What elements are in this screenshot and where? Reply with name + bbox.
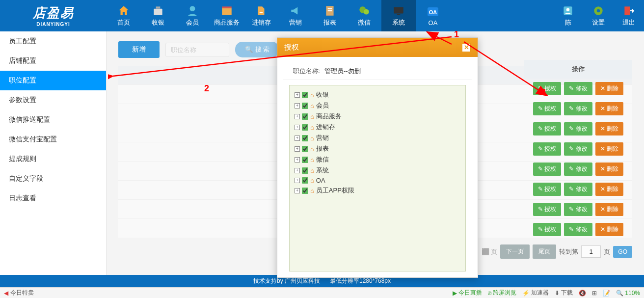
nav-right-user[interactable]: 陈	[553, 0, 583, 31]
nav-report[interactable]: 报表	[313, 0, 347, 31]
delete-button[interactable]: ✕ 删除	[595, 203, 623, 216]
tree-node[interactable]: +⌂收银	[295, 89, 460, 100]
edit-button[interactable]: ✎ 修改	[564, 142, 592, 156]
svg-rect-19	[624, 6, 630, 15]
page-input[interactable]	[581, 245, 601, 258]
status-left-label[interactable]: 今日特卖	[10, 289, 34, 297]
nav-goods[interactable]: 商品服务	[210, 0, 244, 31]
tree-node[interactable]: +⌂商品服务	[295, 111, 460, 122]
app-icon[interactable]: ⊞	[592, 290, 597, 297]
tree-checkbox[interactable]	[302, 135, 308, 141]
expand-icon[interactable]: +	[295, 135, 300, 141]
tree-node[interactable]: +⌂OA	[295, 176, 460, 185]
edit-button[interactable]: ✎ 修改	[564, 122, 592, 135]
auth-button[interactable]: ✎ 授权	[533, 82, 561, 95]
sidebar-item[interactable]: 自定义字段	[0, 169, 106, 189]
nav-right-exit[interactable]: 退出	[614, 0, 644, 31]
delete-button[interactable]: ✕ 删除	[595, 122, 623, 135]
sidebar-item[interactable]: 店铺配置	[0, 51, 106, 71]
auth-button[interactable]: ✎ 授权	[533, 102, 561, 115]
permission-tree[interactable]: +⌂收银+⌂会员+⌂商品服务+⌂进销存+⌂营销+⌂报表+⌂微信+⌂系统+⌂OA+…	[289, 85, 466, 271]
svg-rect-4	[222, 6, 232, 8]
expand-icon[interactable]: +	[295, 178, 300, 183]
stock-icon	[255, 4, 268, 17]
delete-button[interactable]: ✕ 删除	[595, 142, 623, 156]
nav-member[interactable]: 会员	[175, 0, 210, 31]
expand-icon[interactable]: +	[295, 157, 300, 163]
edit-button[interactable]: ✎ 修改	[564, 223, 592, 236]
next-page-button[interactable]: 下一页	[500, 244, 530, 259]
last-page-button[interactable]: 尾页	[533, 244, 556, 259]
sidebar-item[interactable]: 员工配置	[0, 31, 106, 51]
nav-stock[interactable]: 进销存	[244, 0, 278, 31]
search-button[interactable]: 🔍 搜 索	[235, 42, 279, 57]
cross-screen-button[interactable]: ⎚ 跨屏浏览	[488, 289, 516, 297]
auth-button[interactable]: ✎ 授权	[533, 203, 561, 216]
tree-checkbox[interactable]	[302, 167, 308, 174]
edit-button[interactable]: ✎ 修改	[564, 183, 592, 196]
tree-node[interactable]: +⌂系统	[295, 165, 460, 176]
go-button[interactable]: GO	[613, 246, 632, 258]
sidebar-item[interactable]: 日志查看	[0, 189, 106, 208]
expand-icon[interactable]: +	[295, 114, 300, 119]
nav-home[interactable]: 首页	[107, 0, 141, 31]
tree-checkbox[interactable]	[302, 177, 308, 184]
delete-button[interactable]: ✕ 删除	[595, 183, 623, 196]
sidebar-item[interactable]: 微信支付宝配置	[0, 130, 106, 149]
tree-checkbox[interactable]	[302, 103, 308, 109]
tree-node[interactable]: +⌂进销存	[295, 122, 460, 133]
sidebar-item[interactable]: 职位配置	[0, 71, 106, 90]
auth-button[interactable]: ✎ 授权	[533, 183, 561, 196]
edit-button[interactable]: ✎ 修改	[564, 82, 592, 95]
nav-mkt[interactable]: 营销	[278, 0, 313, 31]
logo-en: DIANYINGYI	[36, 22, 70, 27]
tree-checkbox[interactable]	[302, 157, 308, 163]
note-icon[interactable]: 📝	[603, 290, 610, 297]
tree-node[interactable]: +⌂会员	[295, 100, 460, 111]
tree-node[interactable]: +⌂营销	[295, 133, 460, 143]
expand-icon[interactable]: +	[295, 125, 300, 130]
edit-button[interactable]: ✎ 修改	[564, 163, 592, 176]
delete-button[interactable]: ✕ 删除	[595, 163, 623, 176]
tree-checkbox[interactable]	[302, 124, 308, 131]
nav-oa[interactable]: OAOA	[416, 0, 450, 31]
tree-checkbox[interactable]	[302, 113, 308, 120]
mute-icon[interactable]: 🔇	[579, 290, 586, 297]
expand-icon[interactable]: +	[295, 168, 300, 173]
nav-right-gear[interactable]: 设置	[583, 0, 614, 31]
tree-checkbox[interactable]	[302, 92, 308, 98]
expand-icon[interactable]: +	[295, 103, 300, 108]
edit-button[interactable]: ✎ 修改	[564, 102, 592, 115]
delete-button[interactable]: ✕ 删除	[595, 102, 623, 115]
folder-icon: ⌂	[310, 156, 314, 163]
sidebar-item[interactable]: 参数设置	[0, 90, 106, 110]
live-button[interactable]: ▶ 今日直播	[453, 289, 482, 297]
expand-icon[interactable]: +	[295, 188, 300, 193]
svg-rect-5	[260, 12, 263, 13]
auth-button[interactable]: ✎ 授权	[533, 223, 561, 236]
tree-node[interactable]: +⌂报表	[295, 143, 460, 154]
tree-node[interactable]: +⌂微信	[295, 154, 460, 165]
sidebar-item[interactable]: 微信推送配置	[0, 110, 106, 130]
search-input[interactable]	[165, 43, 229, 57]
auth-button[interactable]: ✎ 授权	[533, 142, 561, 156]
zoom-indicator[interactable]: 🔍 110%	[616, 290, 640, 297]
tree-checkbox[interactable]	[302, 146, 308, 152]
delete-button[interactable]: ✕ 删除	[595, 82, 623, 95]
tree-checkbox[interactable]	[302, 188, 308, 194]
tree-node[interactable]: +⌂员工APP权限	[295, 185, 460, 196]
auth-button[interactable]: ✎ 授权	[533, 122, 561, 135]
modal-close-button[interactable]: ✕	[462, 43, 471, 52]
download-button[interactable]: ⬇ 下载	[555, 289, 573, 297]
sidebar-item[interactable]: 提成规则	[0, 149, 106, 169]
auth-button[interactable]: ✎ 授权	[533, 163, 561, 176]
nav-wechat[interactable]: 微信	[347, 0, 381, 31]
edit-button[interactable]: ✎ 修改	[564, 203, 592, 216]
nav-cash[interactable]: 收银	[141, 0, 175, 31]
delete-button[interactable]: ✕ 删除	[595, 223, 623, 236]
expand-icon[interactable]: +	[295, 92, 300, 98]
add-button[interactable]: 新增	[118, 41, 160, 58]
accelerator-button[interactable]: ⚡ 加速器	[522, 289, 549, 297]
expand-icon[interactable]: +	[295, 146, 300, 152]
nav-system[interactable]: 系统	[381, 0, 416, 31]
